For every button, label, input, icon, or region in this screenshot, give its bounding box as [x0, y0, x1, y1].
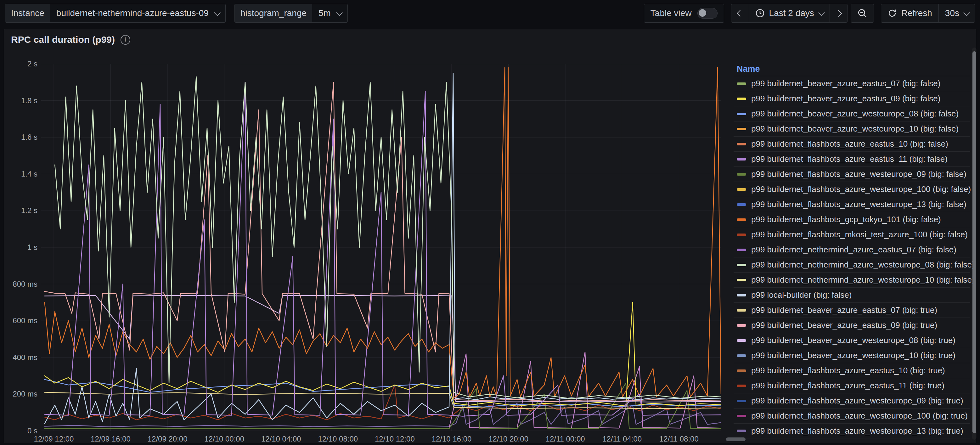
- legend-row[interactable]: p99 buildernet_flashbots_azure_eastus_11…: [733, 378, 970, 393]
- series-color-marker: [737, 294, 746, 296]
- legend-row[interactable]: p99 buildernet_flashbots_azure_eastus_10…: [733, 136, 970, 151]
- legend-row[interactable]: p99 buildernet_flashbots_gcp_tokyo_101 (…: [733, 212, 970, 227]
- time-shift-back-button[interactable]: [731, 4, 749, 22]
- table-view-control: Table view: [644, 4, 724, 23]
- series-line: [45, 82, 721, 416]
- series-color-marker: [737, 324, 746, 327]
- series-color-marker: [737, 309, 746, 312]
- legend-row[interactable]: p99 buildernet_flashbots_mkosi_test_azur…: [733, 227, 970, 242]
- legend-series-label: p99 buildernet_nethermind_azure_eastus_0…: [751, 245, 956, 254]
- time-range-picker[interactable]: Last 2 days: [749, 4, 830, 22]
- legend-series-label: p99 buildernet_flashbots_gcp_tokyo_101 (…: [751, 215, 941, 224]
- y-tick-label: 1.2 s: [6, 206, 37, 215]
- legend-scrollbar-thumb[interactable]: [972, 51, 976, 433]
- legend-row[interactable]: p99 buildernet_flashbots_azure_eastus_11…: [733, 151, 970, 167]
- table-view-label: Table view: [651, 8, 692, 18]
- instance-dropdown[interactable]: buildernet-nethermind-azure-eastus-09: [50, 4, 225, 22]
- legend-row[interactable]: p99 buildernet_nethermind_azure_westeuro…: [733, 257, 970, 272]
- legend-series-label: p99 buildernet_beaver_azure_westeurope_1…: [751, 351, 955, 360]
- legend-series-label: p99 buildernet_flashbots_azure_westeurop…: [751, 426, 963, 436]
- series-color-marker: [737, 128, 746, 130]
- legend-series-label: p99 buildernet_beaver_azure_eastus_09 (b…: [751, 94, 940, 103]
- series-color-marker: [737, 264, 746, 266]
- legend-row[interactable]: p99 buildernet_beaver_azure_eastus_09 (b…: [733, 318, 970, 333]
- histogram-range-variable-group: histogram_range 5m: [234, 4, 348, 23]
- legend-row[interactable]: p99 buildernet_flashbots_azure_westeurop…: [733, 181, 970, 197]
- series-color-marker: [737, 113, 746, 115]
- table-view-toggle[interactable]: [697, 8, 718, 19]
- legend-series-label: p99 buildernet_flashbots_azure_westeurop…: [751, 200, 966, 209]
- legend-row[interactable]: p99 buildernet_flashbots_azure_westeurop…: [733, 393, 970, 408]
- y-tick-label: 800 ms: [6, 280, 37, 289]
- legend-row[interactable]: p99 buildernet_beaver_azure_eastus_09 (b…: [733, 91, 970, 106]
- panel-header[interactable]: RPC call duration (p99) i: [11, 34, 130, 45]
- legend-series-label: p99 buildernet_nethermind_azure_westeuro…: [751, 260, 975, 270]
- legend-header-name[interactable]: Name: [733, 62, 970, 76]
- legend-row[interactable]: p99 buildernet_beaver_azure_westeurope_1…: [733, 348, 970, 363]
- legend-series-label: p99 buildernet_beaver_azure_westeurope_0…: [751, 109, 959, 119]
- y-tick-label: 400 ms: [6, 353, 37, 362]
- series-color-marker: [737, 429, 746, 432]
- legend-row[interactable]: p99 buildernet_beaver_azure_eastus_07 (b…: [733, 302, 970, 318]
- legend-row[interactable]: p99 buildernet_beaver_azure_eastus_07 (b…: [733, 76, 970, 91]
- y-tick-label: 1 s: [6, 243, 37, 252]
- y-tick-label: 1.6 s: [6, 132, 37, 142]
- y-tick-label: 600 ms: [6, 316, 37, 326]
- histogram-range-dropdown[interactable]: 5m: [312, 4, 347, 22]
- legend-series-label: p99 buildernet_beaver_azure_eastus_09 (b…: [751, 320, 937, 330]
- refresh-label: Refresh: [901, 8, 932, 18]
- legend: Name p99 buildernet_beaver_azure_eastus_…: [733, 62, 970, 437]
- instance-label: Instance: [5, 4, 50, 22]
- time-range-group: Last 2 days: [731, 4, 848, 23]
- instance-value: buildernet-nethermind-azure-eastus-09: [56, 8, 208, 18]
- x-tick-label: 12/11 08:00: [644, 435, 713, 443]
- series-color-marker: [737, 400, 746, 402]
- legend-series-label: p99 buildernet_flashbots_azure_eastus_11…: [751, 154, 948, 164]
- series-color-marker: [737, 369, 746, 372]
- legend-row[interactable]: p99 buildernet_flashbots_azure_westeurop…: [733, 408, 970, 423]
- series-color-marker: [737, 339, 746, 342]
- info-icon[interactable]: i: [121, 35, 130, 44]
- legend-series-label: p99 buildernet_flashbots_azure_westeurop…: [751, 411, 968, 421]
- zoom-out-button[interactable]: [851, 4, 873, 22]
- rpc-duration-panel: RPC call duration (p99) i 2 s1.8 s1.6 s1…: [4, 29, 976, 443]
- legend-series-label: p99 buildernet_flashbots_azure_eastus_11…: [751, 381, 945, 391]
- series-color-marker: [737, 249, 746, 251]
- legend-scrollbar-track[interactable]: [972, 48, 977, 440]
- series-color-marker: [737, 385, 746, 387]
- legend-row[interactable]: p99 buildernet_nethermind_azure_eastus_0…: [733, 242, 970, 257]
- legend-row[interactable]: p99 buildernet_beaver_azure_westeurope_1…: [733, 121, 970, 136]
- legend-row[interactable]: p99 buildernet_flashbots_azure_westeurop…: [733, 197, 970, 212]
- legend-row[interactable]: p99 local-builder (big: false): [733, 287, 970, 302]
- legend-row[interactable]: p99 buildernet_beaver_azure_westeurope_0…: [733, 333, 970, 348]
- chevron-down-icon: [214, 9, 221, 16]
- series-color-marker: [737, 354, 746, 357]
- legend-series-label: p99 buildernet_beaver_azure_westeurope_1…: [751, 124, 959, 134]
- refresh-button[interactable]: Refresh: [881, 4, 939, 22]
- y-axis: 2 s1.8 s1.6 s1.4 s1.2 s1 s800 ms600 ms40…: [4, 64, 37, 431]
- series-color-marker: [737, 234, 746, 236]
- series-color-marker: [737, 83, 746, 85]
- legend-series-label: p99 buildernet_beaver_azure_westeurope_0…: [751, 335, 955, 345]
- time-shift-forward-button[interactable]: [830, 4, 847, 22]
- y-tick-label: 200 ms: [6, 389, 37, 399]
- instance-variable-group: Instance buildernet-nethermind-azure-eas…: [5, 4, 226, 23]
- legend-row[interactable]: p99 buildernet_flashbots_azure_eastus_10…: [733, 363, 970, 378]
- series-color-marker: [737, 98, 746, 100]
- timeseries-chart[interactable]: [41, 64, 721, 431]
- chevron-down-icon: [963, 9, 970, 16]
- chevron-down-icon: [818, 9, 825, 16]
- legend-series-label: p99 buildernet_flashbots_azure_westeurop…: [751, 396, 963, 406]
- toggle-knob: [698, 9, 706, 17]
- legend-row[interactable]: p99 buildernet_flashbots_azure_westeurop…: [733, 423, 970, 439]
- refresh-interval-dropdown[interactable]: 30s: [939, 4, 975, 22]
- legend-row[interactable]: p99 buildernet_flashbots_azure_westeurop…: [733, 167, 970, 181]
- refresh-interval-value: 30s: [945, 8, 959, 18]
- y-tick-label: 1.8 s: [6, 96, 37, 105]
- legend-row[interactable]: p99 buildernet_beaver_azure_westeurope_0…: [733, 106, 970, 121]
- panel-title: RPC call duration (p99): [11, 34, 115, 45]
- legend-horizontal-scrollbar-thumb[interactable]: [726, 437, 746, 441]
- legend-series-label: p99 buildernet_flashbots_azure_eastus_10…: [751, 139, 948, 149]
- legend-row[interactable]: p99 buildernet_nethermind_azure_westeuro…: [733, 272, 970, 287]
- dashboard-toolbar: Instance buildernet-nethermind-azure-eas…: [0, 0, 980, 27]
